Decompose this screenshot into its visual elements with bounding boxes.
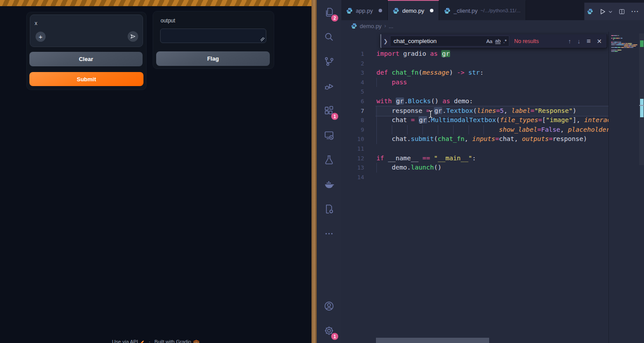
minimap[interactable] <box>608 32 644 343</box>
python-icon <box>444 7 451 14</box>
output-textarea[interactable] <box>160 29 266 43</box>
find-input[interactable] <box>393 37 483 45</box>
more-icon-button[interactable] <box>317 221 341 246</box>
clear-button[interactable]: Clear <box>29 52 143 66</box>
code-line-14[interactable]: 14 <box>341 173 609 182</box>
flag-button[interactable]: Flag <box>156 51 270 66</box>
code-line-11[interactable]: 11 <box>341 144 609 154</box>
code-line-1[interactable]: 1import gradio as gr <box>341 49 609 59</box>
whole-word-toggle[interactable]: ab <box>495 38 501 44</box>
line-number: 10 <box>341 134 364 144</box>
line-number: 13 <box>341 163 364 173</box>
split-editor-button[interactable] <box>619 8 625 15</box>
testing-icon-button[interactable] <box>317 148 341 172</box>
accounts-icon-button[interactable] <box>317 294 341 318</box>
attach-file-button[interactable]: + <box>36 32 46 42</box>
search-icon <box>323 31 335 43</box>
badge: 1 <box>331 333 338 340</box>
code-line-6[interactable]: 6with gr.Blocks() as demo: <box>341 97 609 106</box>
extensions-icon-button[interactable]: 1 <box>317 98 341 123</box>
use-via-api-link[interactable]: Use via API <box>112 339 144 343</box>
code-line-8[interactable]: 8 chat = gr.MultimodalTextbox(file_types… <box>341 116 609 125</box>
find-previous-button[interactable]: ↑ <box>568 38 571 45</box>
line-number: 12 <box>341 154 364 163</box>
testing-icon <box>323 154 335 166</box>
minimap-line <box>611 36 638 37</box>
minimap-line <box>611 43 638 44</box>
settings-icon-button[interactable]: 1 <box>317 318 341 343</box>
breadcrumb-file[interactable]: demo.py <box>360 23 382 29</box>
code-line-2[interactable]: 2 <box>341 59 609 69</box>
find-result-status: No results <box>514 38 539 44</box>
built-with-gradio-link[interactable]: Built with Gradio <box>154 339 200 343</box>
code-editor[interactable]: 1import gradio as gr23def chat_fn(messag… <box>341 32 644 343</box>
code-text: response = gr.Textbox(lines=5, label="Re… <box>376 106 576 116</box>
tab-app.py[interactable]: app.py <box>341 0 388 20</box>
send-button[interactable] <box>128 31 138 42</box>
breadcrumb-symbol[interactable]: ... <box>389 23 394 29</box>
submit-button[interactable]: Submit <box>29 72 143 86</box>
gradio-output-card: output Flag <box>153 11 274 69</box>
tab-demo.py[interactable]: demo.py <box>388 0 439 20</box>
overview-ruler-selection-mark <box>640 40 644 47</box>
regex-toggle[interactable]: .* <box>503 39 507 44</box>
badge: 2 <box>331 14 338 22</box>
line-number: 8 <box>341 116 364 125</box>
source-control-icon-button[interactable] <box>317 49 341 74</box>
minimap-line <box>611 52 638 53</box>
minimap-line <box>611 44 638 45</box>
tab-description: ~/.../python3.11/... <box>480 8 521 13</box>
run-dropdown-chevron-icon[interactable] <box>608 9 613 14</box>
chevron-right-icon: › <box>384 23 386 29</box>
line-number: 7 <box>341 106 364 116</box>
gradio-loading-stripes <box>0 0 311 6</box>
code-line-7[interactable]: 7 response = gr.Textbox(lines=5, label="… <box>341 106 609 116</box>
line-number: 9 <box>341 125 364 135</box>
line-number: 11 <box>341 144 364 154</box>
code-text: show_label=False, placeholder= <box>376 125 609 135</box>
desktop-wallpaper-gap <box>311 0 317 343</box>
toggle-replace-chevron-icon[interactable]: ❯ <box>381 38 390 44</box>
code-text: with gr.Blocks() as demo: <box>376 97 473 106</box>
code-line-3[interactable]: 3def chat_fn(message) -> str: <box>341 68 609 78</box>
line-number: 14 <box>341 173 364 182</box>
code-text: def chat_fn(message) -> str: <box>376 68 484 78</box>
minimap-line <box>611 47 638 48</box>
code-text: chat = gr.MultimodalTextbox(file_types=[… <box>376 116 609 125</box>
tab-label: demo.py <box>402 7 424 14</box>
gradio-logo-icon <box>193 339 200 343</box>
code-line-9[interactable]: 9 show_label=False, placeholder= <box>341 125 609 135</box>
code-line-10[interactable]: 10 chat.submit(chat_fn, inputs=chat, out… <box>341 134 609 144</box>
more-actions-button[interactable]: ⋯ <box>631 9 639 14</box>
editor-group: app.py demo.py _client.py~/.../python3.1… <box>341 0 644 343</box>
remote-explorer-icon-button[interactable] <box>317 123 341 148</box>
breadcrumb[interactable]: demo.py › ... <box>341 20 644 32</box>
docker-icon-button[interactable] <box>317 172 341 197</box>
gradio-app-window: x + Clear Submit output Flag Use via API… <box>0 0 311 343</box>
match-case-toggle[interactable]: Aa <box>486 39 492 44</box>
code-line-13[interactable]: 13 demo.launch() <box>341 163 609 173</box>
modified-dot-icon[interactable] <box>379 9 382 12</box>
find-next-button[interactable]: ↓ <box>577 38 580 45</box>
code-line-12[interactable]: 12if __name__ == "__main__": <box>341 154 609 163</box>
run-debug-icon-button[interactable] <box>317 74 341 98</box>
api-tools-icon-button[interactable] <box>317 197 341 221</box>
explorer-icon-button[interactable]: 2 <box>317 0 341 25</box>
minimap-line <box>611 48 638 49</box>
multimodal-textbox[interactable]: x + <box>30 14 143 47</box>
close-find-button[interactable]: ✕ <box>597 38 602 45</box>
code-line-4[interactable]: 4 pass <box>341 78 609 87</box>
tab-_client.py[interactable]: _client.py~/.../python3.11/... <box>439 0 526 20</box>
vscode-window: 211 app.py demo.py _client.py~/.../pytho… <box>317 0 644 343</box>
find-in-selection-button[interactable]: ≡ <box>587 37 590 45</box>
run-button[interactable] <box>599 8 606 15</box>
accounts-icon <box>323 300 335 312</box>
search-icon-button[interactable] <box>317 25 341 49</box>
source-control-icon <box>323 56 335 67</box>
modified-dot-icon[interactable] <box>430 9 433 12</box>
paper-plane-icon <box>130 33 136 40</box>
resize-handle-icon[interactable] <box>261 37 265 41</box>
code-line-5[interactable]: 5 <box>341 87 609 97</box>
horizontal-scrollbar[interactable] <box>376 338 489 343</box>
minimap-line <box>611 39 638 40</box>
